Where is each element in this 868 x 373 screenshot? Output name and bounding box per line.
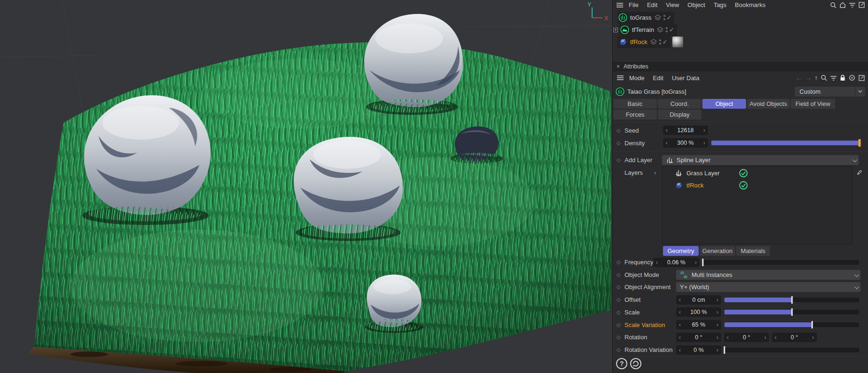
layer-row-grass[interactable]: Grass Layer	[662, 167, 852, 179]
param-diamond-icon[interactable]: ◇	[617, 334, 624, 340]
popout-icon[interactable]	[857, 0, 866, 10]
parent-up-icon[interactable]: ↑	[813, 74, 819, 82]
spinner-right-icon[interactable]: ›	[700, 126, 708, 134]
object-row-tfterrain[interactable]: + tfTerrain ✓	[613, 24, 868, 36]
offset-slider[interactable]	[724, 298, 859, 302]
preset-value[interactable]: Custom	[795, 87, 855, 97]
chevron-down-icon[interactable]	[855, 87, 865, 97]
spinner-left-icon[interactable]: ‹	[676, 333, 684, 342]
spinner-right-icon[interactable]: ›	[714, 333, 721, 342]
object-alignment-dropdown[interactable]: Y+ (World)	[676, 282, 860, 292]
tab-field-of-view[interactable]: Field of View	[791, 99, 835, 109]
layer-name-selected[interactable]: tfRock	[686, 182, 739, 189]
popout-icon[interactable]	[857, 73, 866, 82]
reset-refresh-icon[interactable]	[629, 357, 643, 371]
rotation-z-spinner[interactable]: ‹ 0 ° ›	[772, 333, 817, 342]
rotation-y-value[interactable]: 0 °	[731, 334, 761, 341]
frequency-slider[interactable]	[703, 260, 859, 265]
enable-dots-icon[interactable]	[664, 27, 669, 33]
tab-forces[interactable]: Forces	[613, 110, 657, 119]
close-icon[interactable]: ×	[613, 63, 624, 70]
param-diamond-icon[interactable]: ◇	[617, 272, 624, 278]
spinner-left-icon[interactable]: ‹	[663, 126, 670, 134]
param-diamond-icon[interactable]: ◇	[617, 157, 624, 163]
filter-icon[interactable]	[847, 0, 857, 10]
tab-materials[interactable]: Materials	[736, 246, 770, 256]
object-name-selected[interactable]: tfRock	[630, 38, 647, 45]
home-icon[interactable]	[838, 0, 847, 10]
check-circle-icon[interactable]	[739, 169, 748, 178]
history-back-icon[interactable]: ←	[794, 74, 804, 82]
frequency-value[interactable]: 0.06 %	[661, 259, 692, 266]
param-diamond-icon[interactable]: ◇	[617, 297, 624, 303]
attributes-hamburger-icon[interactable]	[616, 73, 625, 82]
om-menu-file[interactable]: File	[624, 1, 643, 8]
om-menu-bookmarks[interactable]: Bookmarks	[731, 1, 769, 8]
search-icon[interactable]	[819, 73, 829, 82]
seed-spinner[interactable]: ‹ 12618 ›	[663, 126, 708, 135]
object-row-tograss[interactable]: toGrass ✓	[613, 12, 868, 24]
scale-slider[interactable]	[724, 310, 859, 314]
tab-avoid-objects[interactable]: Avoid Objects	[747, 99, 790, 109]
tab-coord[interactable]: Coord.	[658, 99, 701, 109]
rotation-x-spinner[interactable]: ‹ 0 ° ›	[676, 333, 721, 342]
scale-spinner[interactable]: ‹ 100 % ›	[676, 307, 721, 317]
slider-handle[interactable]	[791, 308, 792, 316]
spinner-left-icon[interactable]: ‹	[772, 333, 779, 342]
rotation-y-spinner[interactable]: ‹ 0 ° ›	[724, 333, 769, 342]
spinner-left-icon[interactable]: ‹	[663, 139, 670, 147]
layer-stack-icon[interactable]	[650, 39, 657, 45]
rotation-z-value[interactable]: 0 °	[779, 334, 809, 341]
preset-dropdown[interactable]: Custom	[795, 87, 865, 97]
object-name[interactable]: tfTerrain	[632, 26, 654, 33]
om-menu-view[interactable]: View	[662, 1, 683, 8]
rotation-variation-spinner[interactable]: ‹ 0 % ›	[676, 345, 721, 355]
density-value[interactable]: 300 %	[670, 140, 700, 146]
spinner-right-icon[interactable]: ›	[714, 296, 721, 304]
scale-value[interactable]: 100 %	[684, 309, 714, 315]
offset-spinner[interactable]: ‹ 0 cm ›	[676, 295, 721, 305]
spinner-right-icon[interactable]: ›	[714, 346, 721, 354]
spinner-left-icon[interactable]: ‹	[724, 333, 731, 342]
visibility-check-icon[interactable]: ✓	[662, 38, 668, 45]
om-menu-edit[interactable]: Edit	[643, 1, 662, 8]
visibility-check-icon[interactable]: ✓	[667, 14, 672, 21]
scale-variation-value[interactable]: 65 %	[684, 321, 714, 328]
tab-basic[interactable]: Basic	[613, 99, 657, 109]
spinner-left-icon[interactable]: ‹	[676, 296, 684, 304]
scale-variation-spinner[interactable]: ‹ 65 % ›	[676, 320, 721, 329]
layer-row-tfrock[interactable]: tfRock	[662, 179, 852, 191]
object-mode-value[interactable]: Multi Instances	[692, 271, 732, 278]
help-icon[interactable]: ?	[615, 357, 629, 371]
lock-icon[interactable]	[838, 73, 847, 82]
attr-menu-mode[interactable]: Mode	[625, 75, 649, 82]
layer-stack-icon[interactable]	[657, 27, 663, 33]
spinner-left-icon[interactable]: ‹	[676, 308, 684, 316]
spinner-right-icon[interactable]: ›	[692, 258, 700, 267]
layer-name[interactable]: Grass Layer	[686, 170, 739, 177]
visibility-check-icon[interactable]: ✓	[669, 26, 674, 33]
add-layer-dropdown[interactable]: Spline Layer	[662, 155, 859, 165]
search-icon[interactable]	[829, 0, 838, 10]
spinner-right-icon[interactable]: ›	[714, 308, 721, 316]
spinner-left-icon[interactable]: ‹	[676, 321, 684, 329]
viewport-3d[interactable]: Y X	[0, 0, 612, 373]
spinner-right-icon[interactable]: ›	[714, 321, 721, 329]
spinner-right-icon[interactable]: ›	[700, 139, 708, 147]
tab-generation[interactable]: Generation	[700, 246, 735, 256]
enable-dots-icon[interactable]	[662, 15, 667, 21]
attr-menu-userdata[interactable]: User Data	[668, 75, 704, 82]
scale-variation-slider[interactable]	[724, 322, 859, 327]
density-slider[interactable]	[711, 141, 860, 145]
expander-icon[interactable]: ›	[654, 166, 662, 176]
pick-pen-icon[interactable]	[855, 166, 863, 177]
tab-object[interactable]: Object	[702, 99, 746, 109]
tab-display[interactable]: Display	[658, 110, 701, 119]
param-diamond-icon[interactable]: ◇	[617, 127, 624, 134]
tab-geometry[interactable]: Geometry	[663, 246, 699, 256]
spinner-right-icon[interactable]: ›	[761, 333, 769, 342]
material-thumbnail[interactable]	[672, 37, 683, 47]
attr-menu-edit[interactable]: Edit	[649, 75, 668, 82]
rotation-variation-slider[interactable]	[724, 348, 859, 352]
slider-handle[interactable]	[859, 139, 861, 147]
